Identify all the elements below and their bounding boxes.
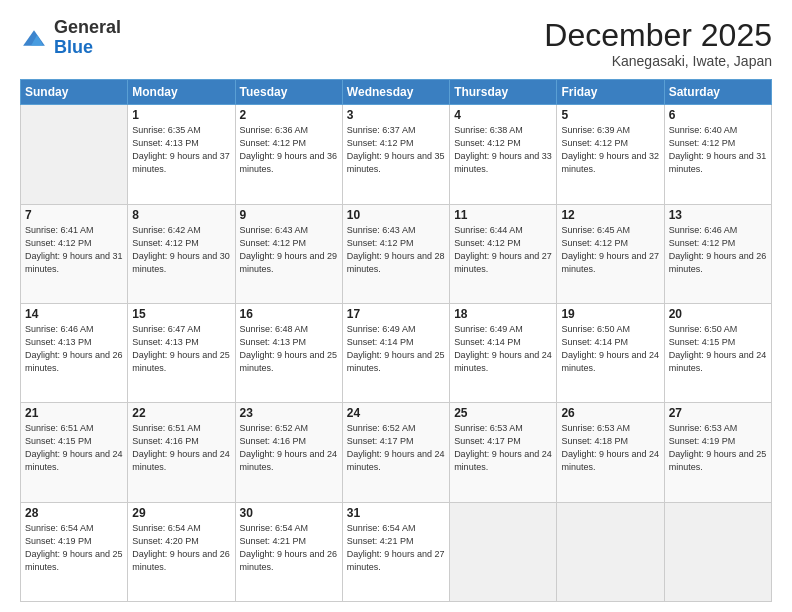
col-monday: Monday bbox=[128, 80, 235, 105]
calendar-week-row: 21Sunrise: 6:51 AMSunset: 4:15 PMDayligh… bbox=[21, 403, 772, 502]
day-number: 29 bbox=[132, 506, 230, 520]
col-tuesday: Tuesday bbox=[235, 80, 342, 105]
day-info: Sunrise: 6:43 AMSunset: 4:12 PMDaylight:… bbox=[347, 224, 445, 276]
table-row: 13Sunrise: 6:46 AMSunset: 4:12 PMDayligh… bbox=[664, 204, 771, 303]
table-row: 7Sunrise: 6:41 AMSunset: 4:12 PMDaylight… bbox=[21, 204, 128, 303]
day-info: Sunrise: 6:35 AMSunset: 4:13 PMDaylight:… bbox=[132, 124, 230, 176]
day-number: 11 bbox=[454, 208, 552, 222]
day-info: Sunrise: 6:52 AMSunset: 4:16 PMDaylight:… bbox=[240, 422, 338, 474]
day-info: Sunrise: 6:46 AMSunset: 4:12 PMDaylight:… bbox=[669, 224, 767, 276]
day-number: 21 bbox=[25, 406, 123, 420]
day-info: Sunrise: 6:54 AMSunset: 4:21 PMDaylight:… bbox=[240, 522, 338, 574]
day-info: Sunrise: 6:41 AMSunset: 4:12 PMDaylight:… bbox=[25, 224, 123, 276]
day-number: 26 bbox=[561, 406, 659, 420]
title-block: December 2025 Kanegasaki, Iwate, Japan bbox=[544, 18, 772, 69]
day-info: Sunrise: 6:40 AMSunset: 4:12 PMDaylight:… bbox=[669, 124, 767, 176]
day-number: 13 bbox=[669, 208, 767, 222]
col-sunday: Sunday bbox=[21, 80, 128, 105]
day-info: Sunrise: 6:45 AMSunset: 4:12 PMDaylight:… bbox=[561, 224, 659, 276]
col-saturday: Saturday bbox=[664, 80, 771, 105]
table-row: 31Sunrise: 6:54 AMSunset: 4:21 PMDayligh… bbox=[342, 502, 449, 601]
table-row: 19Sunrise: 6:50 AMSunset: 4:14 PMDayligh… bbox=[557, 303, 664, 402]
day-info: Sunrise: 6:42 AMSunset: 4:12 PMDaylight:… bbox=[132, 224, 230, 276]
day-number: 10 bbox=[347, 208, 445, 222]
table-row: 12Sunrise: 6:45 AMSunset: 4:12 PMDayligh… bbox=[557, 204, 664, 303]
day-number: 31 bbox=[347, 506, 445, 520]
calendar-week-row: 14Sunrise: 6:46 AMSunset: 4:13 PMDayligh… bbox=[21, 303, 772, 402]
day-info: Sunrise: 6:39 AMSunset: 4:12 PMDaylight:… bbox=[561, 124, 659, 176]
day-number: 3 bbox=[347, 108, 445, 122]
day-info: Sunrise: 6:54 AMSunset: 4:21 PMDaylight:… bbox=[347, 522, 445, 574]
page: General Blue December 2025 Kanegasaki, I… bbox=[0, 0, 792, 612]
table-row bbox=[21, 105, 128, 204]
day-info: Sunrise: 6:50 AMSunset: 4:15 PMDaylight:… bbox=[669, 323, 767, 375]
day-info: Sunrise: 6:51 AMSunset: 4:15 PMDaylight:… bbox=[25, 422, 123, 474]
table-row bbox=[557, 502, 664, 601]
table-row: 20Sunrise: 6:50 AMSunset: 4:15 PMDayligh… bbox=[664, 303, 771, 402]
calendar-week-row: 1Sunrise: 6:35 AMSunset: 4:13 PMDaylight… bbox=[21, 105, 772, 204]
table-row: 24Sunrise: 6:52 AMSunset: 4:17 PMDayligh… bbox=[342, 403, 449, 502]
table-row: 22Sunrise: 6:51 AMSunset: 4:16 PMDayligh… bbox=[128, 403, 235, 502]
day-number: 20 bbox=[669, 307, 767, 321]
col-wednesday: Wednesday bbox=[342, 80, 449, 105]
day-info: Sunrise: 6:36 AMSunset: 4:12 PMDaylight:… bbox=[240, 124, 338, 176]
table-row: 21Sunrise: 6:51 AMSunset: 4:15 PMDayligh… bbox=[21, 403, 128, 502]
day-number: 28 bbox=[25, 506, 123, 520]
table-row: 6Sunrise: 6:40 AMSunset: 4:12 PMDaylight… bbox=[664, 105, 771, 204]
day-number: 14 bbox=[25, 307, 123, 321]
table-row bbox=[450, 502, 557, 601]
table-row: 26Sunrise: 6:53 AMSunset: 4:18 PMDayligh… bbox=[557, 403, 664, 502]
table-row: 23Sunrise: 6:52 AMSunset: 4:16 PMDayligh… bbox=[235, 403, 342, 502]
day-number: 8 bbox=[132, 208, 230, 222]
day-info: Sunrise: 6:37 AMSunset: 4:12 PMDaylight:… bbox=[347, 124, 445, 176]
day-info: Sunrise: 6:50 AMSunset: 4:14 PMDaylight:… bbox=[561, 323, 659, 375]
subtitle: Kanegasaki, Iwate, Japan bbox=[544, 53, 772, 69]
logo-general-text: General bbox=[54, 18, 121, 38]
day-number: 9 bbox=[240, 208, 338, 222]
table-row: 30Sunrise: 6:54 AMSunset: 4:21 PMDayligh… bbox=[235, 502, 342, 601]
day-info: Sunrise: 6:54 AMSunset: 4:20 PMDaylight:… bbox=[132, 522, 230, 574]
day-info: Sunrise: 6:46 AMSunset: 4:13 PMDaylight:… bbox=[25, 323, 123, 375]
main-title: December 2025 bbox=[544, 18, 772, 53]
day-info: Sunrise: 6:49 AMSunset: 4:14 PMDaylight:… bbox=[347, 323, 445, 375]
table-row: 2Sunrise: 6:36 AMSunset: 4:12 PMDaylight… bbox=[235, 105, 342, 204]
day-number: 23 bbox=[240, 406, 338, 420]
table-row: 3Sunrise: 6:37 AMSunset: 4:12 PMDaylight… bbox=[342, 105, 449, 204]
day-info: Sunrise: 6:47 AMSunset: 4:13 PMDaylight:… bbox=[132, 323, 230, 375]
day-number: 17 bbox=[347, 307, 445, 321]
day-info: Sunrise: 6:53 AMSunset: 4:18 PMDaylight:… bbox=[561, 422, 659, 474]
day-number: 15 bbox=[132, 307, 230, 321]
day-info: Sunrise: 6:43 AMSunset: 4:12 PMDaylight:… bbox=[240, 224, 338, 276]
day-number: 16 bbox=[240, 307, 338, 321]
logo-text: General Blue bbox=[54, 18, 121, 58]
day-number: 12 bbox=[561, 208, 659, 222]
day-number: 22 bbox=[132, 406, 230, 420]
calendar-week-row: 28Sunrise: 6:54 AMSunset: 4:19 PMDayligh… bbox=[21, 502, 772, 601]
day-info: Sunrise: 6:51 AMSunset: 4:16 PMDaylight:… bbox=[132, 422, 230, 474]
table-row: 8Sunrise: 6:42 AMSunset: 4:12 PMDaylight… bbox=[128, 204, 235, 303]
table-row: 10Sunrise: 6:43 AMSunset: 4:12 PMDayligh… bbox=[342, 204, 449, 303]
logo: General Blue bbox=[20, 18, 121, 58]
day-number: 5 bbox=[561, 108, 659, 122]
table-row: 18Sunrise: 6:49 AMSunset: 4:14 PMDayligh… bbox=[450, 303, 557, 402]
logo-icon bbox=[20, 24, 48, 52]
table-row bbox=[664, 502, 771, 601]
day-number: 7 bbox=[25, 208, 123, 222]
header: General Blue December 2025 Kanegasaki, I… bbox=[20, 18, 772, 69]
table-row: 29Sunrise: 6:54 AMSunset: 4:20 PMDayligh… bbox=[128, 502, 235, 601]
day-info: Sunrise: 6:44 AMSunset: 4:12 PMDaylight:… bbox=[454, 224, 552, 276]
day-info: Sunrise: 6:38 AMSunset: 4:12 PMDaylight:… bbox=[454, 124, 552, 176]
day-number: 18 bbox=[454, 307, 552, 321]
day-number: 4 bbox=[454, 108, 552, 122]
day-number: 27 bbox=[669, 406, 767, 420]
day-number: 2 bbox=[240, 108, 338, 122]
table-row: 9Sunrise: 6:43 AMSunset: 4:12 PMDaylight… bbox=[235, 204, 342, 303]
col-friday: Friday bbox=[557, 80, 664, 105]
day-number: 6 bbox=[669, 108, 767, 122]
table-row: 1Sunrise: 6:35 AMSunset: 4:13 PMDaylight… bbox=[128, 105, 235, 204]
table-row: 11Sunrise: 6:44 AMSunset: 4:12 PMDayligh… bbox=[450, 204, 557, 303]
day-number: 30 bbox=[240, 506, 338, 520]
day-info: Sunrise: 6:54 AMSunset: 4:19 PMDaylight:… bbox=[25, 522, 123, 574]
table-row: 25Sunrise: 6:53 AMSunset: 4:17 PMDayligh… bbox=[450, 403, 557, 502]
table-row: 28Sunrise: 6:54 AMSunset: 4:19 PMDayligh… bbox=[21, 502, 128, 601]
